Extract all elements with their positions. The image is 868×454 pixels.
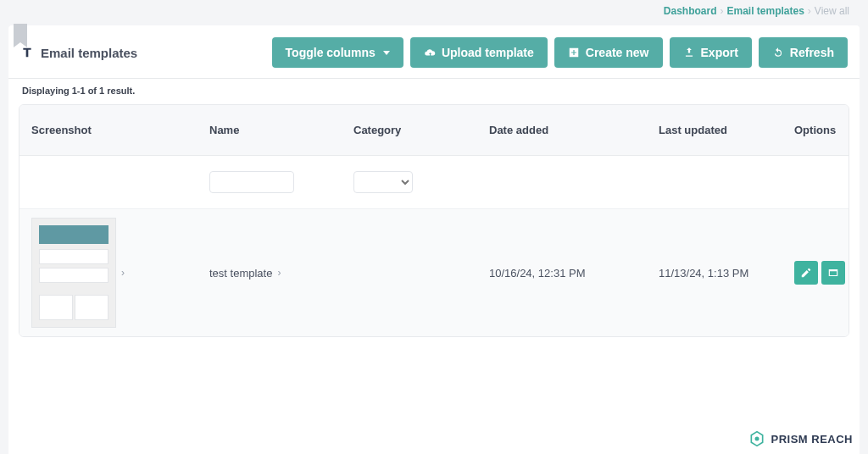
breadcrumb: Dashboard › Email templates › View all xyxy=(664,5,849,17)
col-date-added: Date added xyxy=(477,105,647,155)
svg-point-0 xyxy=(755,437,760,441)
chevron-right-icon: › xyxy=(121,267,125,279)
table-header-row: Screenshot Name Category Date added Last… xyxy=(19,105,849,156)
edit-icon xyxy=(800,267,812,279)
export-icon xyxy=(683,47,695,58)
result-count: Displaying 1-1 of 1 result. xyxy=(8,79,860,101)
delete-button[interactable] xyxy=(849,261,849,285)
template-category xyxy=(342,264,477,281)
row-options xyxy=(782,252,849,293)
col-name: Name xyxy=(198,105,342,155)
chevron-right-icon: › xyxy=(277,267,281,279)
toggle-columns-button[interactable]: Toggle columns xyxy=(272,37,403,68)
chevron-right-icon: › xyxy=(808,5,811,17)
name-filter-input[interactable] xyxy=(209,171,294,193)
template-date-added: 10/16/24, 12:31 PM xyxy=(477,258,647,288)
breadcrumb-current: View all xyxy=(815,5,849,17)
upload-template-button[interactable]: Upload template xyxy=(410,37,548,68)
cloud-upload-icon xyxy=(424,47,436,58)
page-title-text: Email templates xyxy=(41,46,137,60)
page: Dashboard › Email templates › View all E… xyxy=(8,25,860,454)
chevron-down-icon xyxy=(383,51,390,55)
page-header: Email templates Toggle columns Upload te… xyxy=(8,25,860,79)
chevron-right-icon: › xyxy=(720,5,723,17)
create-new-label: Create new xyxy=(586,46,649,59)
templates-table: Screenshot Name Category Date added Last… xyxy=(19,104,849,337)
toggle-columns-label: Toggle columns xyxy=(286,46,376,59)
breadcrumb-dashboard[interactable]: Dashboard xyxy=(664,5,717,17)
toolbar: Toggle columns Upload template Create ne… xyxy=(272,37,848,68)
refresh-label: Refresh xyxy=(790,46,834,59)
col-screenshot: Screenshot xyxy=(19,105,198,155)
refresh-button[interactable]: Refresh xyxy=(759,37,848,68)
window-icon xyxy=(827,267,839,279)
template-name[interactable]: test template xyxy=(209,267,272,280)
page-title: Email templates xyxy=(20,46,137,60)
col-category: Category xyxy=(342,105,477,155)
create-new-button[interactable]: Create new xyxy=(554,37,663,68)
category-filter-select[interactable] xyxy=(353,171,413,193)
export-button[interactable]: Export xyxy=(670,37,752,68)
plus-square-icon xyxy=(568,47,580,58)
bookmark-icon xyxy=(14,24,27,42)
table-filter-row xyxy=(19,156,849,208)
export-label: Export xyxy=(701,46,738,59)
brand-text: PRISM REACH xyxy=(771,433,853,446)
col-options: Options xyxy=(782,105,849,155)
edit-button[interactable] xyxy=(794,261,818,285)
template-last-updated: 11/13/24, 1:13 PM xyxy=(647,258,782,288)
col-last-updated: Last updated xyxy=(647,105,782,155)
brand-logo: PRISM REACH xyxy=(748,430,853,447)
hexagon-icon xyxy=(748,430,765,447)
breadcrumb-email-templates[interactable]: Email templates xyxy=(726,5,804,17)
refresh-icon xyxy=(772,47,784,58)
upload-template-label: Upload template xyxy=(442,46,534,59)
template-thumbnail[interactable] xyxy=(31,218,116,328)
preview-button[interactable] xyxy=(821,261,845,285)
text-cursor-icon xyxy=(20,46,34,59)
table-row: › test template › 10/16/24, 12:31 PM 11/… xyxy=(19,208,849,336)
